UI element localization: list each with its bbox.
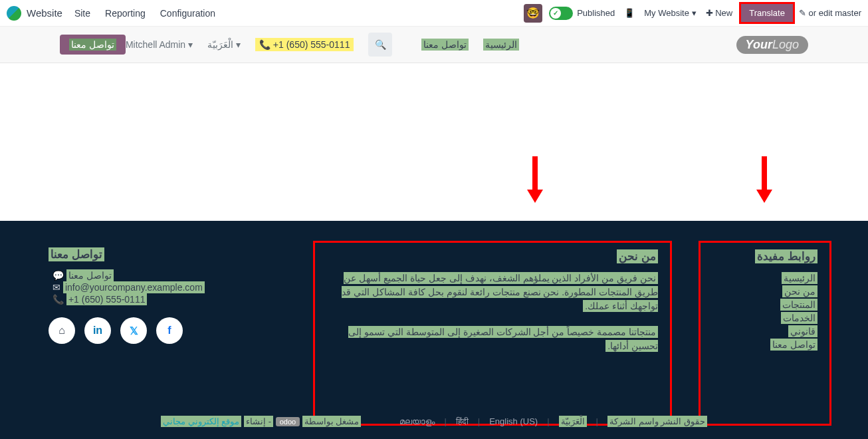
site-header: YourLogo الرئيسية تواصل معنا 🔍 📞 +1 (650… xyxy=(0,27,868,63)
footer: روابط مفيدة الرئيسية من نحن المنتجات الخ… xyxy=(0,221,868,439)
reporting-menu[interactable]: Reporting xyxy=(105,8,146,19)
contact-button[interactable]: تواصل معنا xyxy=(60,35,126,55)
link-item[interactable]: الرئيسية xyxy=(712,271,817,285)
phone-icon: 📞 xyxy=(53,294,64,305)
links-list: الرئيسية من نحن المنتجات الخدمات قانوني … xyxy=(712,271,817,351)
published-toggle[interactable]: ✓ xyxy=(549,7,573,20)
topbar: Website Site Reporting Configuration 🤓 ✓… xyxy=(0,0,868,27)
mysite-dropdown[interactable]: My Website ▾ xyxy=(644,8,696,18)
lang-ml[interactable]: മലയാളം xyxy=(399,416,435,427)
annotation-arrow xyxy=(758,156,771,203)
new-button[interactable]: ✚ New xyxy=(706,8,733,18)
social-row: ⌂ in 𝕏 f xyxy=(49,317,274,344)
contact-column: تواصل معنا 💬 تواصل معنا ✉ info@yourcompa… xyxy=(37,241,286,426)
chat-icon: 💬 xyxy=(53,270,64,281)
link-item[interactable]: قانوني xyxy=(712,325,817,338)
about-column: من نحن نحن فريق من الأفراد الذين يملؤهم … xyxy=(313,241,672,426)
useful-links-column: روابط مفيدة الرئيسية من نحن المنتجات الخ… xyxy=(699,241,831,426)
about-p1: نحن فريق من الأفراد الذين يملؤهم الشغف، … xyxy=(327,271,658,313)
contact-phone[interactable]: 📞 +1 (650) 555-0111 xyxy=(49,293,274,305)
link-item[interactable]: من نحن xyxy=(712,285,817,298)
avatar[interactable]: 🤓 xyxy=(524,4,542,23)
link-item[interactable]: المنتجات xyxy=(712,298,817,311)
lang-en[interactable]: English (US) xyxy=(489,416,538,427)
config-menu[interactable]: Configuration xyxy=(160,8,215,19)
link-item[interactable]: تواصل معنا xyxy=(712,338,817,351)
search-button[interactable]: 🔍 xyxy=(368,33,392,57)
home-social-icon[interactable]: ⌂ xyxy=(49,317,75,344)
about-title: من نحن xyxy=(327,249,658,263)
site-menu[interactable]: Site xyxy=(74,8,90,19)
contact-us-link[interactable]: 💬 تواصل معنا xyxy=(49,269,274,281)
lang-hi[interactable]: हिंदी xyxy=(456,416,469,427)
contact-email[interactable]: ✉ info@yourcompany.example.com xyxy=(49,281,274,293)
nav-home[interactable]: الرئيسية xyxy=(483,39,519,50)
nav-contact[interactable]: تواصل معنا xyxy=(421,39,469,50)
footer-bottom: حقوق النشر واسم الشركة | الْعَرَبيّة | E… xyxy=(0,416,868,427)
powered-by: مشغل بواسطة odoo - إنشاء موقع إلكتروني م… xyxy=(161,416,361,427)
edit-master-button[interactable]: ✎ or edit master xyxy=(799,8,861,18)
contact-title: تواصل معنا xyxy=(49,247,274,261)
odoo-logo-icon xyxy=(7,6,21,21)
links-title: روابط مفيدة xyxy=(712,249,817,263)
header-phone[interactable]: 📞 +1 (650) 555-0111 xyxy=(255,39,354,50)
mobile-icon[interactable]: 📱 xyxy=(624,8,635,18)
copyright: حقوق النشر واسم الشركة xyxy=(607,416,707,427)
translate-button[interactable]: Translate xyxy=(739,2,795,24)
content-area xyxy=(0,63,868,221)
app-name[interactable]: Website xyxy=(27,7,62,19)
lang-ar[interactable]: الْعَرَبيّة xyxy=(559,416,587,427)
lang-dropdown[interactable]: الْعَرَبيّة ▾ xyxy=(207,39,241,50)
link-item[interactable]: الخدمات xyxy=(712,311,817,325)
admin-dropdown[interactable]: Mitchell Admin ▾ xyxy=(126,39,193,50)
odoo-badge-icon[interactable]: odoo xyxy=(276,417,300,426)
about-p2: منتجاتنا مصممة خصيصاً من أجل الشركات الص… xyxy=(327,325,658,353)
annotation-arrow xyxy=(528,156,542,203)
site-logo[interactable]: YourLogo xyxy=(736,36,808,54)
twitter-icon[interactable]: 𝕏 xyxy=(120,317,147,344)
published-label: Published xyxy=(577,8,615,18)
linkedin-icon[interactable]: in xyxy=(84,317,111,344)
email-icon: ✉ xyxy=(53,282,60,293)
facebook-icon[interactable]: f xyxy=(156,317,183,344)
